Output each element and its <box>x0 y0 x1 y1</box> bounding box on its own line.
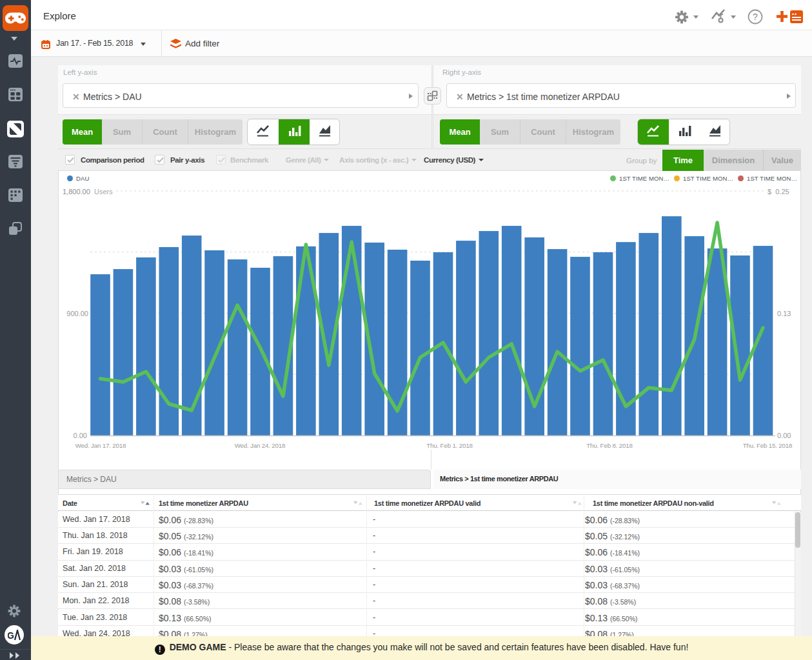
svg-text:G: G <box>8 630 14 641</box>
svg-text:?: ? <box>753 12 758 22</box>
